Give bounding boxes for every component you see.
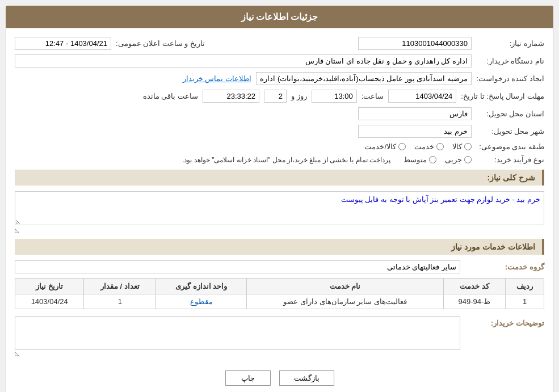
page-header: جزئیات اطلاعات نیاز [6, 6, 553, 28]
need-number-input[interactable] [358, 37, 472, 50]
purchase-jozi-label: جزیی [445, 155, 462, 164]
back-button[interactable]: بازگشت [279, 370, 334, 386]
creator-row: ایجاد کننده درخواست: اطلاعات تماس خریدار [15, 72, 544, 85]
creator-input[interactable] [256, 72, 472, 85]
bottom-buttons-area: بازگشت چاپ [15, 365, 544, 391]
category-label: طبقه بندی موضوعی: [476, 142, 544, 151]
buyer-notes-row: توضیحات خریدار: ◺ [15, 316, 544, 356]
response-date-input[interactable] [388, 90, 456, 103]
province-row: استان محل تحویل: [15, 107, 544, 120]
category-khadamat-radio[interactable] [436, 143, 444, 150]
service-group-input[interactable] [15, 260, 460, 273]
cell-unit: مقطوع [156, 294, 247, 309]
cell-date: 1403/04/24 [15, 294, 84, 309]
table-header-row: ردیف کد خدمت نام خدمت واحد اندازه گیری ت… [15, 279, 544, 294]
response-time-label: ساعت: [362, 92, 384, 100]
city-input[interactable] [358, 125, 472, 138]
category-kala-khadamat-label: کالا/خدمت [364, 142, 396, 151]
purchase-type-radio-group: جزیی متوسط [404, 155, 472, 164]
col-service-name: نام خدمت [247, 279, 444, 294]
services-table: ردیف کد خدمت نام خدمت واحد اندازه گیری ت… [15, 278, 544, 309]
countdown-suffix: ساعت باقی مانده [143, 92, 198, 100]
category-kala-radio[interactable] [464, 143, 472, 150]
need-desc-textarea[interactable]: خرم بید - خرید لوازم جهت تعمیر بنز آپاش … [15, 191, 544, 225]
buyer-notes-box[interactable] [15, 316, 460, 350]
category-radio-group: کالا خدمت کالا/خدمت [364, 142, 472, 151]
response-deadline-row: مهلت ارسال پاسخ: تا تاریخ: ساعت: روز و س… [15, 90, 544, 103]
contact-info-link[interactable]: اطلاعات تماس خریدار [183, 74, 251, 83]
header-title: جزئیات اطلاعات نیاز [241, 12, 318, 22]
response-time-input[interactable] [312, 90, 357, 103]
creator-label: ایجاد کننده درخواست: [476, 74, 544, 83]
purchase-type-label: نوع فرآیند خرید: [476, 155, 544, 164]
city-row: شهر محل تحویل: [15, 125, 544, 138]
response-days-input[interactable] [264, 90, 287, 103]
province-label: استان محل تحویل: [476, 109, 544, 118]
buyer-org-input[interactable] [15, 54, 472, 68]
print-button[interactable]: چاپ [225, 370, 271, 386]
announce-datetime-input[interactable] [15, 37, 111, 50]
buyer-org-label: نام دستگاه خریدار: [476, 57, 544, 65]
purchase-motavaset-label: متوسط [404, 155, 427, 164]
announce-datetime-label: تاریخ و ساعت اعلان عمومی: [116, 39, 205, 48]
buyer-notes-label: توضیحات خریدار: [465, 316, 544, 327]
table-row: 1 ظ-94-949 فعالیت‌های سایر سازمان‌های دا… [15, 294, 544, 309]
province-input[interactable] [358, 107, 472, 120]
category-row: طبقه بندی موضوعی: کالا خدمت کالا/خدمت [15, 142, 544, 151]
col-unit: واحد اندازه گیری [156, 279, 247, 294]
col-date: تاریخ نیاز [15, 279, 84, 294]
need-desc-content: خرم بید - خرید لوازم جهت تعمیر بنز آپاش … [15, 191, 544, 233]
purchase-type-row: نوع فرآیند خرید: جزیی متوسط پرداخت تمام … [15, 155, 544, 164]
service-group-label: گروه خدمت: [465, 263, 544, 271]
resize-icon: ◺ [15, 227, 544, 233]
category-kala-label: کالا [452, 142, 462, 151]
content-area: شماره نیاز: تاریخ و ساعت اعلان عمومی: نا… [6, 28, 553, 392]
col-quantity: تعداد / مقدار [84, 279, 156, 294]
category-kala-khadamat-radio[interactable] [398, 143, 406, 150]
service-group-row: گروه خدمت: [15, 260, 544, 273]
countdown-input[interactable] [203, 90, 259, 103]
buyer-notes-resize-icon: ◺ [15, 350, 460, 356]
col-row-num: ردیف [506, 279, 544, 294]
purchase-jozi-item: جزیی [445, 155, 472, 164]
col-service-code: کد خدمت [443, 279, 505, 294]
page-container: جزئیات اطلاعات نیاز شماره نیاز: تاریخ و … [0, 0, 559, 392]
need-desc-section-header: شرح کلی نیاز: [15, 170, 544, 186]
buyer-org-row: نام دستگاه خریدار: [15, 54, 544, 68]
cell-service-name: فعالیت‌های سایر سازمان‌های دارای عضو [247, 294, 444, 309]
response-days-label: روز و [291, 92, 307, 100]
need-number-row: شماره نیاز: تاریخ و ساعت اعلان عمومی: [15, 37, 544, 50]
services-section-header: اطلاعات خدمات مورد نیاز [15, 239, 544, 255]
response-deadline-label: مهلت ارسال پاسخ: تا تاریخ: [461, 92, 544, 100]
purchase-desc: پرداخت تمام یا بخشی از مبلغ خرید،از محل … [182, 156, 390, 164]
city-label: شهر محل تحویل: [476, 127, 544, 136]
purchase-motavaset-item: متوسط [404, 155, 436, 164]
category-khadamat-item: خدمت [414, 142, 444, 151]
category-kala-khadamat-item: کالا/خدمت [364, 142, 406, 151]
cell-row-num: 1 [506, 294, 544, 309]
category-khadamat-label: خدمت [414, 142, 434, 151]
need-desc-row: خرم بید - خرید لوازم جهت تعمیر بنز آپاش … [15, 191, 544, 233]
need-number-label: شماره نیاز: [476, 39, 544, 48]
purchase-jozi-radio[interactable] [464, 156, 472, 163]
purchase-motavaset-radio[interactable] [429, 156, 436, 163]
cell-quantity: 1 [84, 294, 156, 309]
cell-service-code: ظ-94-949 [443, 294, 505, 309]
category-kala-item: کالا [452, 142, 472, 151]
